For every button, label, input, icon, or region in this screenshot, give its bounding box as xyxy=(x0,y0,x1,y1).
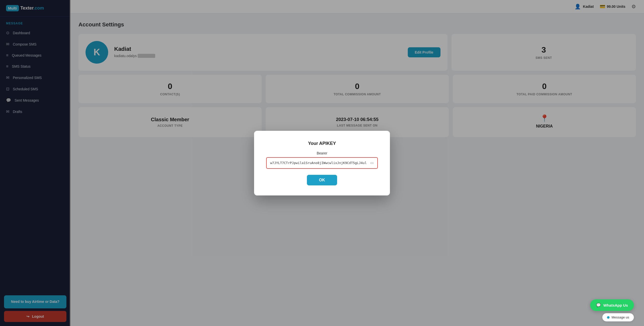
modal-ok-button[interactable]: OK xyxy=(307,175,337,185)
whatsapp-icon: 💬 xyxy=(596,303,601,307)
message-us-badge[interactable]: Message us xyxy=(602,313,634,321)
apikey-modal: Your APIKEY Bearer w7JYLT7CTrPJpwila1Sru… xyxy=(254,131,390,195)
apikey-text: w7JYLT7CTrPJpwila1SruAno8jIWwcwlixJnjK9C… xyxy=(270,161,368,165)
modal-bearer-label: Bearer xyxy=(266,151,378,155)
message-us-label: Message us xyxy=(612,315,629,319)
whatsapp-button[interactable]: 💬 WhatsApp Us xyxy=(590,299,634,311)
scroll-icon: ⇔ xyxy=(370,160,374,166)
modal-title: Your APIKEY xyxy=(266,141,378,146)
modal-overlay: Your APIKEY Bearer w7JYLT7CTrPJpwila1Sru… xyxy=(0,0,644,326)
message-us-dot xyxy=(607,316,610,319)
apikey-box[interactable]: w7JYLT7CTrPJpwila1SruAno8jIWwcwlixJnjK9C… xyxy=(266,157,378,169)
whatsapp-label: WhatsApp Us xyxy=(603,303,628,307)
